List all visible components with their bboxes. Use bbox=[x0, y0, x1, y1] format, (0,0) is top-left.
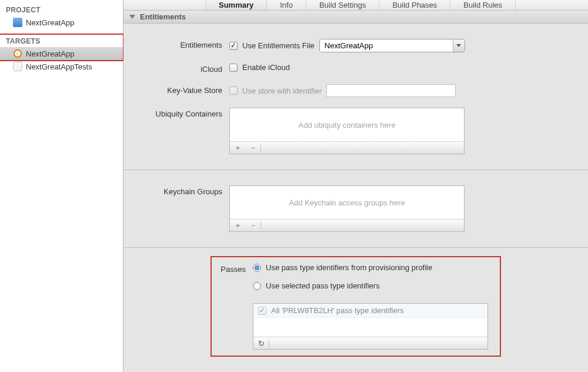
use-entitlements-checkbox[interactable] bbox=[229, 42, 238, 50]
project-section-header: PROJECT bbox=[0, 4, 123, 16]
tests-name-label: NextGreatAppTests bbox=[26, 62, 92, 71]
pass-type-row: All 'PRLW8TB2LH' pass type identifiers bbox=[253, 304, 487, 318]
sidebar-item-project[interactable]: NextGreatApp bbox=[0, 16, 123, 29]
entitlements-section-header[interactable]: Entitlements bbox=[123, 11, 588, 24]
tab-build-settings[interactable]: Build Settings bbox=[306, 0, 380, 10]
keychain-add-button[interactable]: ＋ bbox=[230, 220, 245, 231]
project-icon bbox=[13, 18, 22, 27]
tab-info[interactable]: Info bbox=[267, 0, 306, 10]
keychain-list-footer: ＋ － bbox=[230, 219, 464, 231]
footer-separator bbox=[260, 221, 261, 230]
tab-build-rules[interactable]: Build Rules bbox=[450, 0, 516, 10]
target-editor-tabbar: Summary Info Build Settings Build Phases… bbox=[123, 0, 588, 11]
project-name-label: NextGreatApp bbox=[26, 18, 74, 27]
kvs-label: Key-Value Store bbox=[135, 84, 229, 95]
passes-radio-selected[interactable] bbox=[253, 282, 261, 290]
pass-type-empty-row bbox=[253, 318, 487, 330]
ubiquity-list-footer: ＋ － bbox=[230, 141, 464, 154]
entitlements-file-input[interactable] bbox=[320, 39, 453, 52]
passes-radio1-label: Use pass type identifiers from provision… bbox=[266, 263, 432, 272]
disclosure-triangle-icon bbox=[129, 15, 135, 19]
ubiquity-add-button[interactable]: ＋ bbox=[230, 142, 245, 154]
use-entitlements-label: Use Entitlements File bbox=[242, 41, 315, 50]
passes-radio2-label: Use selected pass type identifiers bbox=[266, 281, 380, 290]
sidebar-item-tests[interactable]: NextGreatAppTests bbox=[0, 60, 123, 73]
keychain-panel: Keychain Groups Add Keychain access grou… bbox=[123, 170, 588, 248]
sidebar-item-target[interactable]: NextGreatApp bbox=[0, 47, 123, 60]
keychain-remove-button[interactable]: － bbox=[245, 220, 260, 231]
target-app-icon bbox=[13, 49, 22, 58]
entitlements-label: Entitlements bbox=[135, 39, 229, 49]
targets-section-header: TARGETS bbox=[0, 35, 123, 47]
passes-radio-provisioning[interactable] bbox=[253, 264, 261, 272]
ubiquity-remove-button[interactable]: － bbox=[245, 142, 260, 154]
pass-type-list[interactable]: All 'PRLW8TB2LH' pass type identifiers ↻ bbox=[253, 303, 488, 350]
pass-type-checkbox bbox=[258, 307, 266, 315]
pass-refresh-button[interactable]: ↻ bbox=[253, 337, 269, 349]
ubiquity-containers-list[interactable]: Add ubiquity containers here ＋ － bbox=[229, 108, 465, 154]
icloud-label: iCloud bbox=[135, 63, 229, 74]
keychain-groups-list[interactable]: Add Keychain access groups here ＋ － bbox=[229, 185, 465, 232]
tab-build-phases[interactable]: Build Phases bbox=[379, 0, 450, 10]
target-tests-icon bbox=[13, 62, 22, 71]
ubiquity-label: Ubiquity Containers bbox=[135, 108, 229, 118]
footer-separator bbox=[260, 144, 261, 152]
ubiquity-placeholder: Add ubiquity containers here bbox=[230, 108, 464, 141]
project-navigator: PROJECT NextGreatApp TARGETS NextGreatAp… bbox=[0, 0, 123, 372]
kvs-checkbox bbox=[229, 87, 238, 95]
footer-separator bbox=[269, 339, 269, 347]
entitlements-header-label: Entitlements bbox=[140, 12, 186, 21]
kvs-checkbox-label: Use store with identifier bbox=[242, 87, 322, 95]
enable-icloud-checkbox[interactable] bbox=[229, 64, 238, 72]
target-name-label: NextGreatApp bbox=[26, 49, 74, 58]
passes-panel: Passes Use pass type identifiers from pr… bbox=[123, 248, 588, 372]
refresh-icon: ↻ bbox=[258, 339, 265, 348]
editor-area: Summary Info Build Settings Build Phases… bbox=[123, 0, 588, 372]
enable-icloud-label: Enable iCloud bbox=[242, 63, 290, 72]
passes-label: Passes bbox=[218, 263, 253, 274]
entitlements-panel: Entitlements Use Entitlements File iClou… bbox=[123, 24, 588, 170]
passes-highlight-box: Passes Use pass type identifiers from pr… bbox=[211, 256, 501, 357]
combo-drop-button[interactable] bbox=[453, 39, 465, 52]
tabbar-spacer bbox=[123, 0, 206, 10]
chevron-down-icon bbox=[456, 44, 461, 47]
keychain-label: Keychain Groups bbox=[135, 185, 229, 196]
kvs-identifier-input bbox=[326, 84, 456, 97]
tab-summary[interactable]: Summary bbox=[206, 0, 267, 10]
entitlements-file-combo[interactable] bbox=[319, 39, 465, 52]
keychain-placeholder: Add Keychain access groups here bbox=[230, 186, 464, 219]
pass-type-row-label: All 'PRLW8TB2LH' pass type identifiers bbox=[271, 306, 404, 315]
pass-list-footer: ↻ bbox=[253, 337, 487, 349]
